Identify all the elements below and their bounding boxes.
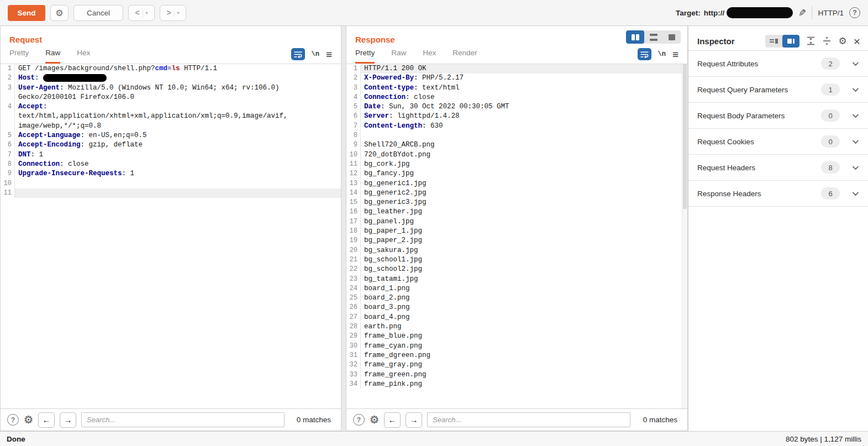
code-line[interactable]: 11bg_cork.jpg (346, 160, 687, 169)
code-line[interactable]: 1HTTP/1.1 200 OK (346, 64, 687, 74)
editor-menu-icon[interactable]: ≡ (326, 49, 332, 60)
tab-raw[interactable]: Raw (45, 49, 60, 64)
layout-single-button[interactable] (662, 30, 681, 44)
code-line[interactable]: 21bg_school1.jpg (346, 255, 687, 265)
tab-raw[interactable]: Raw (391, 49, 406, 64)
word-wrap-icon[interactable] (638, 48, 651, 60)
send-button[interactable]: Send (8, 5, 45, 21)
code-line[interactable]: 16bg_leather.jpg (346, 207, 687, 217)
code-line[interactable]: 5Accept-Language: en-US,en;q=0.5 (1, 131, 341, 140)
code-line[interactable]: 23bg_tatami.jpg (346, 275, 687, 284)
code-line[interactable]: 17bg_panel.jpg (346, 217, 687, 227)
inspector-section-request-query-parameters[interactable]: Request Query Parameters1 (688, 77, 868, 103)
previous-request-button[interactable]: < ▾ (128, 5, 155, 21)
code-line[interactable]: 6Accept-Encoding: gzip, deflate (1, 140, 341, 150)
code-line[interactable]: 30frame_cyan.png (346, 342, 687, 351)
code-line[interactable]: 19bg_paper_2.jpg (346, 236, 687, 245)
code-line[interactable]: 14bg_generic2.jpg (346, 188, 687, 198)
collapse-all-icon[interactable] (822, 36, 832, 45)
tab-hex[interactable]: Hex (423, 49, 436, 64)
inspector-section-request-headers[interactable]: Request Headers8 (688, 155, 868, 181)
next-request-button[interactable]: > ▾ (160, 5, 186, 21)
code-line[interactable]: 18bg_paper_1.jpg (346, 227, 687, 236)
code-line[interactable]: 22bg_school2.jpg (346, 265, 687, 274)
tab-hex[interactable]: Hex (77, 49, 90, 64)
inspector-section-response-headers[interactable]: Response Headers6 (688, 181, 868, 207)
code-line[interactable]: 10 (1, 179, 341, 188)
code-line[interactable]: 25board_2.png (346, 293, 687, 303)
code-line[interactable]: 8Connection: close (1, 160, 341, 169)
inspector-dock-bottom-button[interactable] (765, 35, 782, 48)
search-previous-button[interactable]: ← (384, 412, 401, 428)
inspector-dock-right-button[interactable] (782, 35, 799, 48)
code-line[interactable]: 15bg_generic3.jpg (346, 198, 687, 207)
code-line[interactable]: 13bg_generic1.jpg (346, 179, 687, 188)
search-next-button[interactable]: → (406, 412, 422, 428)
code-line[interactable]: 28earth.png (346, 322, 687, 332)
send-settings-button[interactable]: ⚙ (50, 5, 69, 21)
layout-columns-button[interactable] (626, 30, 644, 44)
tab-render[interactable]: Render (453, 49, 477, 64)
code-line[interactable]: 2Host: (1, 74, 341, 83)
word-wrap-icon[interactable] (291, 48, 305, 60)
expand-all-icon[interactable] (806, 36, 816, 45)
code-line[interactable]: 3User-Agent: Mozilla/5.0 (Windows NT 10.… (1, 83, 341, 93)
show-newlines-icon[interactable]: \n (658, 50, 666, 58)
search-help-icon[interactable]: ? (7, 414, 19, 426)
tab-pretty[interactable]: Pretty (355, 49, 375, 64)
response-search-input[interactable] (427, 412, 630, 427)
inspector-section-request-body-parameters[interactable]: Request Body Parameters0 (688, 103, 868, 129)
code-line[interactable]: 27board_4.png (346, 313, 687, 322)
code-line[interactable]: 24board_1.png (346, 284, 687, 293)
code-line[interactable]: 9Shell720_ARCB.png (346, 140, 687, 150)
panel-splitter[interactable] (341, 26, 346, 431)
inspector-section-request-attributes[interactable]: Request Attributes2 (688, 51, 868, 77)
inspector-section-request-cookies[interactable]: Request Cookies0 (688, 129, 868, 155)
search-previous-button[interactable]: ← (38, 412, 55, 428)
help-icon[interactable]: ? (849, 7, 860, 18)
response-scrollbar[interactable] (682, 64, 687, 408)
search-settings-icon[interactable]: ⚙ (370, 414, 379, 426)
code-line[interactable]: 11 (1, 188, 341, 198)
http-version-selector[interactable]: HTTP/1 (818, 9, 844, 17)
inspector-settings-gear-icon[interactable]: ⚙ (838, 35, 846, 47)
request-search-input[interactable] (81, 412, 285, 427)
code-line[interactable]: 7DNT: 1 (1, 150, 341, 160)
code-line[interactable]: 4Connection: close (346, 93, 687, 102)
code-line[interactable]: 9Upgrade-Insecure-Requests: 1 (1, 169, 341, 179)
code-line[interactable]: text/html,application/xhtml+xml,applicat… (1, 112, 341, 121)
inspector-close-icon[interactable]: × (854, 35, 860, 47)
code-line[interactable]: image/webp,*/*;q=0.8 (1, 122, 341, 131)
line-number (1, 112, 15, 121)
code-line[interactable]: 8 (346, 131, 687, 140)
code-line[interactable]: 3Content-type: text/html (346, 83, 687, 93)
edit-target-pencil-icon[interactable]: ✎ (798, 7, 806, 19)
code-line[interactable]: 4Accept: (1, 102, 341, 112)
code-line[interactable]: Gecko/20100101 Firefox/106.0 (1, 93, 341, 102)
code-line[interactable]: 33frame_green.png (346, 370, 687, 380)
code-line[interactable]: 6Server: lighttpd/1.4.28 (346, 112, 687, 121)
code-line[interactable]: 32frame_gray.png (346, 360, 687, 370)
code-line[interactable]: 12bg_fancy.jpg (346, 169, 687, 179)
code-line[interactable]: 7Content-Length: 630 (346, 122, 687, 131)
request-editor[interactable]: 1GET /images/background/shell.php?cmd=ls… (1, 64, 341, 408)
show-newlines-icon[interactable]: \n (312, 50, 319, 58)
code-line[interactable]: 34frame_pink.png (346, 380, 687, 389)
search-help-icon[interactable]: ? (353, 414, 365, 426)
search-settings-icon[interactable]: ⚙ (24, 414, 33, 426)
tab-pretty[interactable]: Pretty (9, 49, 29, 64)
code-line[interactable]: 5Date: Sun, 30 Oct 2022 00:30:05 GMT (346, 102, 687, 112)
code-line[interactable]: 10720_dotBYdot.png (346, 150, 687, 160)
code-line[interactable]: 26board_3.png (346, 303, 687, 312)
layout-rows-button[interactable] (644, 30, 662, 44)
cancel-button[interactable]: Cancel (73, 5, 123, 21)
code-line[interactable]: 31frame_dgreen.png (346, 351, 687, 360)
editor-menu-icon[interactable]: ≡ (672, 49, 678, 60)
search-next-button[interactable]: → (60, 412, 76, 428)
scrollbar-thumb[interactable] (683, 64, 687, 209)
code-line[interactable]: 20bg_sakura.jpg (346, 246, 687, 255)
code-line[interactable]: 2X-Powered-By: PHP/5.2.17 (346, 74, 687, 83)
response-editor[interactable]: 1HTTP/1.1 200 OK2X-Powered-By: PHP/5.2.1… (346, 64, 687, 408)
code-line[interactable]: 1GET /images/background/shell.php?cmd=ls… (1, 64, 341, 74)
code-line[interactable]: 29frame_blue.png (346, 332, 687, 341)
